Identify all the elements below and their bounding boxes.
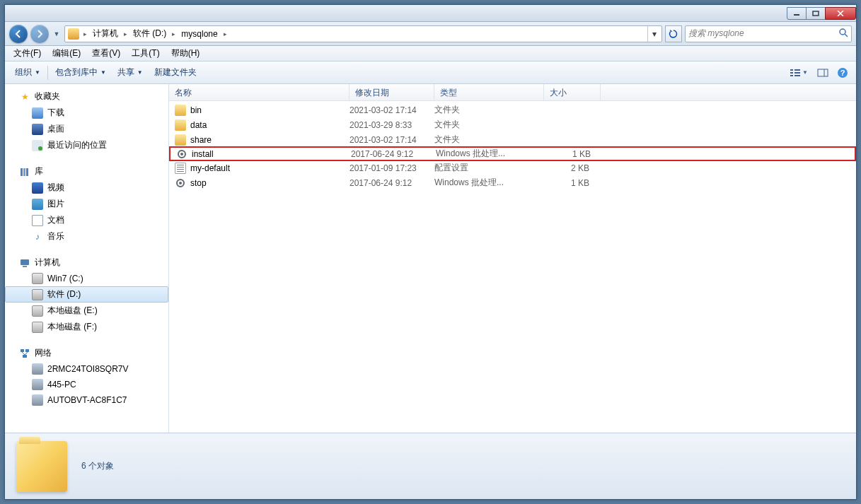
- folder-icon: [175, 134, 186, 146]
- file-type-cell: Windows 批处理...: [436, 148, 545, 160]
- folder-icon: [175, 119, 186, 131]
- drive-icon: [32, 322, 43, 333]
- organize-button[interactable]: 组织▼: [9, 64, 46, 81]
- star-icon: ★: [19, 91, 30, 102]
- sidebar-item-videos[interactable]: 视频: [5, 180, 168, 196]
- forward-button[interactable]: [30, 25, 49, 43]
- close-button[interactable]: [825, 7, 856, 20]
- breadcrumb-seg-folder[interactable]: mysqlone: [178, 26, 220, 42]
- drive-icon: [32, 305, 43, 317]
- menu-view[interactable]: 查看(V): [86, 46, 126, 61]
- folder-large-icon: [16, 441, 67, 492]
- view-mode-button[interactable]: ▼: [785, 64, 812, 81]
- sidebar-item-documents[interactable]: 文档: [5, 212, 168, 228]
- svg-rect-9: [794, 75, 800, 76]
- svg-rect-17: [21, 259, 29, 265]
- svg-rect-20: [25, 349, 29, 352]
- recent-icon: [32, 140, 43, 151]
- sidebar-favorites-group: ★ 收藏夹 下载 桌面 最近访问的位置: [5, 88, 168, 153]
- sidebar[interactable]: ★ 收藏夹 下载 桌面 最近访问的位置: [5, 84, 169, 433]
- menu-help[interactable]: 帮助(H): [166, 46, 206, 61]
- sidebar-item-drive-f[interactable]: 本地磁盘 (F:): [5, 319, 168, 335]
- breadcrumb-root-arrow[interactable]: ▸: [81, 26, 90, 42]
- network-pc-icon: [32, 363, 43, 375]
- sidebar-item-drive-c[interactable]: Win7 (C:): [5, 271, 168, 286]
- window-buttons: [787, 7, 856, 20]
- drive-icon: [32, 289, 43, 300]
- search-icon[interactable]: [838, 28, 848, 40]
- minimize-button[interactable]: [787, 7, 807, 20]
- svg-rect-21: [23, 355, 27, 358]
- refresh-button[interactable]: [665, 25, 682, 42]
- new-folder-button[interactable]: 新建文件夹: [149, 64, 202, 81]
- file-name-cell: share: [175, 134, 349, 146]
- history-dropdown[interactable]: ▼: [52, 27, 62, 41]
- network-pc-icon: [32, 394, 43, 406]
- breadcrumb-seg-drive[interactable]: 软件 (D:): [130, 26, 169, 42]
- file-list[interactable]: bin2021-03-02 17:14文件夹data2021-03-29 8:3…: [169, 101, 856, 433]
- file-row[interactable]: my-default2017-01-09 17:23配置设置2 KB: [169, 160, 856, 175]
- back-button[interactable]: [9, 25, 28, 43]
- sidebar-item-downloads[interactable]: 下载: [5, 105, 168, 121]
- chevron-down-icon: ▼: [802, 69, 808, 76]
- file-row[interactable]: data2021-03-29 8:33文件夹: [169, 117, 856, 132]
- sidebar-item-recent[interactable]: 最近访问的位置: [5, 137, 168, 153]
- sidebar-item-music[interactable]: ♪ 音乐: [5, 228, 168, 245]
- breadcrumb-arrow[interactable]: ▸: [121, 26, 130, 42]
- column-header-type[interactable]: 类型: [434, 84, 544, 100]
- file-row[interactable]: install2017-06-24 9:12Windows 批处理...1 KB: [169, 146, 856, 161]
- file-row[interactable]: bin2021-03-02 17:14文件夹: [169, 102, 856, 117]
- status-text: 6 个对象: [81, 460, 114, 472]
- menu-edit[interactable]: 编辑(E): [47, 46, 86, 61]
- file-name-cell: stop: [175, 177, 349, 189]
- menubar: 文件(F) 编辑(E) 查看(V) 工具(T) 帮助(H): [5, 46, 856, 61]
- sidebar-item-desktop[interactable]: 桌面: [5, 121, 168, 137]
- menu-file[interactable]: 文件(F): [8, 46, 47, 61]
- video-icon: [32, 182, 43, 194]
- breadcrumb-seg-computer[interactable]: 计算机: [90, 26, 121, 42]
- sidebar-network-group: 网络 2RMC24TOI8SQR7V 445-PC AUTOBVT-AC8F1C…: [5, 345, 168, 408]
- sidebar-libraries-header[interactable]: 库: [5, 163, 168, 180]
- breadcrumb[interactable]: ▸ 计算机 ▸ 软件 (D:) ▸ mysqlone ▸ ▾: [64, 25, 662, 42]
- file-type-cell: 文件夹: [434, 134, 544, 146]
- file-size-cell: 1 KB: [545, 149, 596, 159]
- breadcrumb-arrow[interactable]: ▸: [169, 26, 178, 42]
- file-name: bin: [190, 105, 202, 115]
- share-button[interactable]: 共享▼: [112, 64, 149, 81]
- network-pc-icon: [32, 379, 43, 390]
- column-header-name[interactable]: 名称: [169, 84, 349, 100]
- sidebar-libraries-group: 库 视频 图片 文档 ♪ 音乐: [5, 163, 168, 245]
- sidebar-item-network-pc[interactable]: 445-PC: [5, 377, 168, 392]
- sidebar-network-header[interactable]: 网络: [5, 345, 168, 361]
- explorer-window: ▼ ▸ 计算机 ▸ 软件 (D:) ▸ mysqlone ▸ ▾ 搜索 mysq…: [4, 4, 857, 500]
- sidebar-item-pictures[interactable]: 图片: [5, 196, 168, 212]
- sidebar-item-network-pc[interactable]: 2RMC24TOI8SQR7V: [5, 361, 168, 377]
- file-row[interactable]: stop2017-06-24 9:12Windows 批处理...1 KB: [169, 175, 856, 190]
- include-in-library-button[interactable]: 包含到库中▼: [50, 64, 112, 81]
- config-file-icon: [175, 163, 186, 174]
- column-header-date[interactable]: 修改日期: [349, 84, 434, 100]
- sidebar-item-drive-e[interactable]: 本地磁盘 (E:): [5, 303, 168, 319]
- breadcrumb-arrow[interactable]: ▸: [221, 26, 230, 42]
- maximize-button[interactable]: [806, 7, 826, 20]
- titlebar[interactable]: [5, 5, 856, 22]
- sidebar-favorites-header[interactable]: ★ 收藏夹: [5, 88, 168, 105]
- preview-pane-button[interactable]: [814, 64, 832, 81]
- sidebar-item-drive-d[interactable]: 软件 (D:): [5, 286, 168, 303]
- sidebar-computer-header[interactable]: 计算机: [5, 254, 168, 271]
- toolbar-right: ▼ ?: [785, 64, 852, 81]
- breadcrumb-dropdown[interactable]: ▾: [647, 26, 660, 42]
- search-input[interactable]: 搜索 mysqlone: [685, 25, 852, 42]
- file-name: my-default: [190, 163, 230, 173]
- svg-rect-7: [794, 69, 800, 71]
- chevron-down-icon: ▼: [35, 69, 40, 76]
- sidebar-item-network-pc[interactable]: AUTOBVT-AC8F1C7: [5, 392, 168, 408]
- menu-tools[interactable]: 工具(T): [126, 46, 165, 61]
- help-button[interactable]: ?: [833, 64, 852, 81]
- download-icon: [32, 107, 43, 119]
- file-row[interactable]: share2021-03-02 17:14文件夹: [169, 132, 856, 147]
- column-header-size[interactable]: 大小: [544, 84, 601, 100]
- svg-point-2: [840, 29, 845, 35]
- svg-rect-6: [790, 75, 793, 76]
- network-icon: [19, 348, 30, 359]
